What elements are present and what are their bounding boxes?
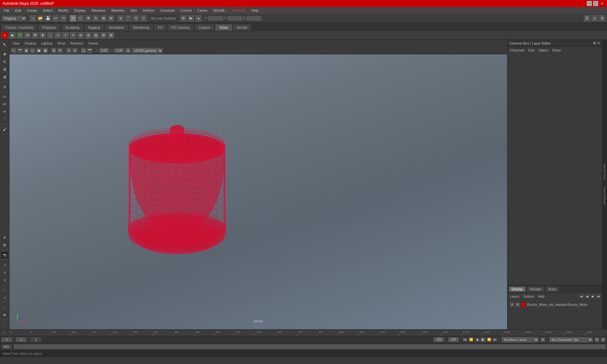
arc-btn[interactable]: ⌒ (1, 116, 8, 123)
menu-file[interactable]: File (1, 8, 12, 13)
render-btn[interactable]: ▶ (187, 15, 194, 22)
close-button[interactable]: ✕ (599, 1, 604, 6)
menu-control[interactable]: Control (178, 8, 194, 13)
xgen-tool14[interactable]: ⊞ (100, 32, 107, 39)
transform-tool-btn[interactable]: ⊞ (107, 15, 114, 22)
menu-edit[interactable]: Edit (13, 8, 24, 13)
z-input[interactable] (246, 16, 262, 21)
snap-surface-btn[interactable]: ▽ (140, 15, 147, 22)
cb-close-btn[interactable]: ✕ (597, 41, 600, 45)
tab-animation[interactable]: Animation (105, 24, 128, 31)
vp-hud-btn[interactable]: ⊡ (81, 48, 86, 53)
soft-mod-btn[interactable]: ⊙ (1, 83, 8, 90)
xgen-tool10[interactable]: ✦ (70, 32, 77, 39)
render-settings-btn[interactable]: ⚙ (180, 15, 187, 22)
menu-select[interactable]: Select (40, 8, 55, 13)
redo-btn[interactable]: ↪ (60, 15, 67, 22)
xgen-tool15[interactable]: ⊠ (107, 32, 114, 39)
exposure-input[interactable] (99, 48, 110, 53)
rotate-mode-btn[interactable]: ↻ (1, 58, 8, 65)
cv-tool-btn[interactable]: CV (1, 93, 8, 100)
minimize-button[interactable]: ─ (587, 1, 592, 6)
anim-layer-dropdown[interactable]: No Anim Layer (501, 337, 539, 343)
tab-fx-caching[interactable]: FX Caching (167, 24, 193, 31)
maximize-button[interactable]: □ (593, 1, 598, 6)
current-frame-input[interactable] (1, 337, 12, 342)
vp-isolate-btn[interactable]: ⊞ (51, 48, 57, 53)
menu-modify[interactable]: Modify (56, 8, 71, 13)
menu-constrain[interactable]: Constrain (157, 8, 177, 13)
menu-3dtoall[interactable]: 3DtoAll... (211, 8, 230, 13)
xgen-tool7[interactable]: ↕ (47, 32, 54, 39)
layer-visibility-btn[interactable]: V (510, 302, 514, 307)
cb-tab-object[interactable]: Object (537, 48, 549, 53)
xgen-tool5[interactable]: ⌘ (32, 32, 39, 39)
xgen-tool4[interactable]: ⊕ (24, 32, 31, 39)
tab-fx[interactable]: FX (154, 24, 167, 31)
panel-layout2-btn[interactable]: ⊠ (1, 269, 8, 276)
timeline-ruler[interactable]: 1 5 10 15 20 25 30 35 40 45 50 (9, 330, 604, 336)
xgen-tool12[interactable]: ⊗ (85, 32, 92, 39)
xgen-tool8[interactable]: ✂ (54, 32, 61, 39)
xgen-tool6[interactable]: ❖ (39, 32, 46, 39)
wire-btn[interactable]: ◈ (1, 294, 8, 301)
menu-windows[interactable]: Windows (89, 8, 108, 13)
x-input[interactable] (208, 16, 224, 21)
menu-help[interactable]: Help (249, 8, 261, 13)
snap-settings-btn[interactable]: ⚙ (1, 242, 8, 249)
vp-snapshot-btn[interactable]: 📸 (87, 48, 93, 53)
ipr-btn[interactable]: ● (195, 15, 202, 22)
cb-tab-edit[interactable]: Edit (527, 48, 536, 53)
tab-rigging[interactable]: Rigging (84, 24, 104, 31)
menu-cache[interactable]: Cache (195, 8, 210, 13)
transform-mode-btn[interactable]: ⊠ (1, 74, 8, 81)
layer-nav-end[interactable]: ⏭ (596, 294, 601, 299)
tool-settings-toggle[interactable]: ⚙ (599, 15, 606, 22)
tab-polygons[interactable]: Polygons (38, 24, 60, 31)
help-menu[interactable]: Help (536, 294, 546, 299)
symmetry-btn[interactable]: ⬡ (1, 304, 8, 311)
undo-btn[interactable]: ↩ (52, 15, 59, 22)
vp-select-btn[interactable]: ↖ (11, 48, 16, 53)
playback-start-input[interactable] (16, 337, 27, 342)
layer-tab-render[interactable]: Render (527, 286, 544, 292)
move-mode-btn[interactable]: ✥ (1, 51, 8, 58)
vp-light-btn[interactable]: ☀ (66, 48, 71, 53)
new-scene-btn[interactable]: □ (29, 15, 36, 22)
layer-tab-anim[interactable]: Anim (545, 286, 559, 292)
panels-menu[interactable]: Panels (87, 41, 100, 46)
show-grid-btn[interactable]: # (1, 234, 8, 241)
vp-shadow-btn[interactable]: ● (72, 48, 78, 53)
xgen-tool13[interactable]: ▤ (92, 32, 99, 39)
paint-btn[interactable]: 🖌 (1, 126, 8, 133)
lasso-select-btn[interactable]: ⬡ (77, 15, 84, 22)
window-controls[interactable]: ─ □ ✕ (587, 1, 604, 6)
step-back-btn[interactable]: ⏪ (469, 337, 474, 342)
char-set-add[interactable]: ⊕ (601, 337, 606, 342)
tab-xgen[interactable]: XGen (215, 24, 232, 31)
go-to-start-btn[interactable]: ⏮ (463, 337, 468, 342)
tab-custom[interactable]: Custom (194, 24, 215, 31)
select-mode-btn[interactable]: ↖ (1, 41, 8, 48)
playback-range-end[interactable] (448, 337, 459, 342)
rotate-tool-btn[interactable]: ↻ (92, 15, 99, 22)
vp-texture-btn[interactable]: ▦ (42, 48, 48, 53)
xgen-tool1[interactable]: X (1, 32, 8, 39)
xgen-tool3[interactable]: 🌿 (16, 32, 23, 39)
move-tool-btn[interactable]: ✥ (85, 15, 92, 22)
isolation-btn[interactable]: ◻ (1, 286, 8, 293)
layer-color-swatch[interactable] (521, 302, 526, 307)
y-input[interactable] (227, 16, 243, 21)
options-menu[interactable]: Options (522, 294, 535, 299)
shading-menu[interactable]: Shading (23, 41, 38, 46)
renderer-menu[interactable]: Renderer (68, 41, 85, 46)
vp-camera-btn[interactable]: 📷 (17, 48, 23, 53)
show-menu[interactable]: Show (55, 41, 67, 46)
select-tool-btn[interactable]: ↖ (70, 15, 77, 22)
step-forward-btn[interactable]: ⏩ (487, 337, 492, 342)
ep-tool-btn[interactable]: EP (1, 101, 8, 108)
snap-point-btn[interactable]: ⊙ (132, 15, 139, 22)
workspace-dropdown[interactable]: Rigging (1, 15, 27, 21)
layer-playback-btn[interactable]: P (516, 302, 520, 307)
tab-rendering[interactable]: Rendering (129, 24, 153, 31)
